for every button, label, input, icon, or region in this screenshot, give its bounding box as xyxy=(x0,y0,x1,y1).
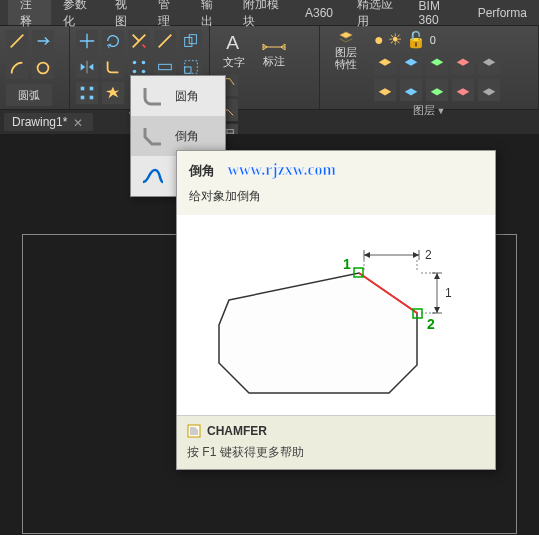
svg-point-5 xyxy=(133,70,137,74)
tooltip-header: 倒角 www.rjzxw.com xyxy=(177,151,495,184)
command-icon xyxy=(187,424,201,438)
svg-point-4 xyxy=(142,61,146,65)
svg-rect-8 xyxy=(185,67,191,73)
tooltip-description: 给对象加倒角 xyxy=(177,184,495,215)
svg-rect-10 xyxy=(81,87,85,91)
tab-parametric[interactable]: 参数化 xyxy=(51,0,103,25)
pick-label-1: 1 xyxy=(343,256,351,272)
tool-layer-i[interactable] xyxy=(452,79,474,101)
tool-option[interactable] xyxy=(32,30,54,52)
tool-copy[interactable] xyxy=(180,30,202,52)
svg-rect-2 xyxy=(189,35,196,44)
close-icon[interactable]: ✕ xyxy=(73,116,85,128)
tool-arc-label[interactable]: 圆弧 xyxy=(6,84,52,106)
tool-layer-j[interactable] xyxy=(478,79,500,101)
watermark-text: www.rjzxw.com xyxy=(227,161,335,178)
tooltip-title: 倒角 xyxy=(189,162,215,180)
tool-layer-h[interactable] xyxy=(426,79,448,101)
svg-point-3 xyxy=(133,61,137,65)
fillet-icon xyxy=(139,82,167,110)
tab-featured[interactable]: 精选应用 xyxy=(345,0,407,25)
panel-layers: 图层 特性 ● ☀ 🔓 0 xyxy=(320,26,539,109)
tool-fillet[interactable] xyxy=(102,56,124,78)
chevron-down-icon: ▼ xyxy=(437,106,446,116)
svg-rect-12 xyxy=(81,96,85,100)
tool-trim[interactable] xyxy=(128,30,150,52)
svg-rect-11 xyxy=(90,87,94,91)
tool-rotate[interactable] xyxy=(102,30,124,52)
dim-label-2: 2 xyxy=(425,248,432,262)
lightbulb-icon[interactable]: ● xyxy=(374,31,384,49)
tool-text[interactable]: A 文字 xyxy=(216,30,252,70)
tool-dimension[interactable]: 标注 xyxy=(256,30,292,70)
doc-tab-label: Drawing1* xyxy=(12,115,67,129)
tool-line[interactable] xyxy=(6,30,28,52)
svg-rect-13 xyxy=(90,96,94,100)
tool-line2[interactable] xyxy=(154,30,176,52)
dropdown-label-fillet: 圆角 xyxy=(175,88,199,105)
tab-bim360[interactable]: BIM 360 xyxy=(407,0,466,25)
svg-point-0 xyxy=(38,63,49,74)
panel-draw: 圆弧 xyxy=(0,26,70,109)
tool-move[interactable] xyxy=(76,30,98,52)
doc-tab[interactable]: Drawing1* ✕ xyxy=(4,113,93,131)
sun-icon[interactable]: ☀ xyxy=(388,30,402,49)
chamfer-icon xyxy=(139,122,167,150)
blend-icon xyxy=(139,162,167,190)
panel-layers-label: 图层▼ xyxy=(326,103,532,118)
tool-array2[interactable] xyxy=(76,82,98,104)
command-tooltip: 倒角 www.rjzxw.com 给对象加倒角 2 1 1 2 xyxy=(176,150,496,470)
tool-layer-c[interactable] xyxy=(426,53,448,75)
ribbon-tabbar: 注释 参数化 视图 管理 输出 附加模块 A360 精选应用 BIM 360 P… xyxy=(0,0,539,26)
tool-layer-g[interactable] xyxy=(400,79,422,101)
tab-a360[interactable]: A360 xyxy=(293,0,345,25)
svg-point-6 xyxy=(142,70,146,74)
lock-icon[interactable]: 🔓 xyxy=(406,30,426,49)
tool-arc[interactable] xyxy=(6,57,28,79)
tool-layer-b[interactable] xyxy=(400,53,422,75)
tool-explode[interactable] xyxy=(102,82,124,104)
pick-label-2: 2 xyxy=(427,316,435,332)
tab-addins[interactable]: 附加模块 xyxy=(231,0,293,25)
svg-rect-1 xyxy=(185,37,192,46)
tab-annotate[interactable]: 注释 xyxy=(8,0,51,25)
tool-layer-e[interactable] xyxy=(478,53,500,75)
tab-view[interactable]: 视图 xyxy=(103,0,146,25)
svg-text:A: A xyxy=(226,32,239,53)
dropdown-label-chamfer: 倒角 xyxy=(175,128,199,145)
tab-performance[interactable]: Performa xyxy=(466,0,539,25)
tooltip-command: CHAMFER xyxy=(187,424,485,438)
tab-manage[interactable]: 管理 xyxy=(146,0,189,25)
tool-layer-d[interactable] xyxy=(452,53,474,75)
ribbon: 圆弧 修▼ A 文字 标注 xyxy=(0,26,539,110)
tool-circle[interactable] xyxy=(32,57,54,79)
tooltip-footer: CHAMFER 按 F1 键获得更多帮助 xyxy=(177,415,495,469)
tool-layer-f[interactable] xyxy=(374,79,396,101)
tooltip-help: 按 F1 键获得更多帮助 xyxy=(187,444,485,461)
tool-layer-a[interactable] xyxy=(374,53,396,75)
dim-label-1: 1 xyxy=(445,286,452,300)
tool-layer-props[interactable]: 图层 特性 xyxy=(326,30,366,70)
tool-mirror[interactable] xyxy=(76,56,98,78)
svg-rect-7 xyxy=(159,64,172,69)
tooltip-illustration: 2 1 1 2 xyxy=(177,215,495,415)
panel-annotation: A 文字 标注 注释▼ xyxy=(210,26,320,109)
tab-output[interactable]: 输出 xyxy=(189,0,232,25)
dropdown-item-fillet[interactable]: 圆角 xyxy=(131,76,225,116)
